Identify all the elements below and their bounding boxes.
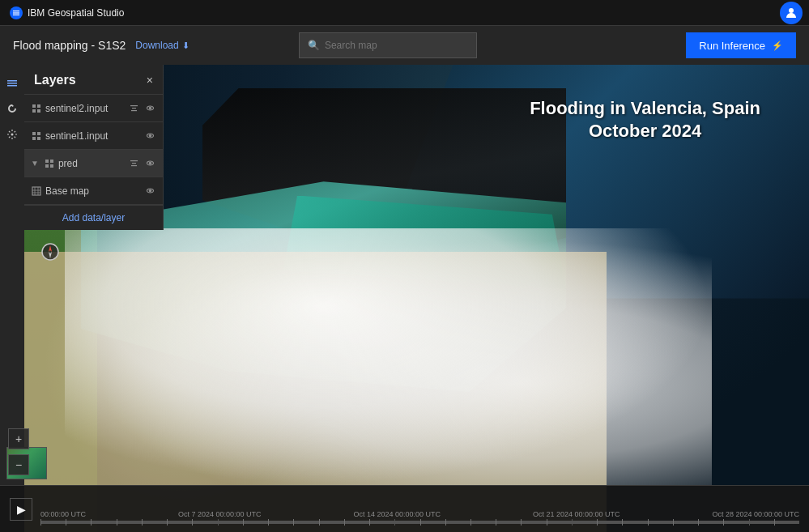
download-label: Download <box>135 40 178 51</box>
svg-point-38 <box>149 189 151 191</box>
app-logo: IBM Geospatial Studio <box>0 0 134 25</box>
timeline: ▶ 00:00:00 UTC Oct 7 2024 00:00:00 UTC O… <box>0 485 809 532</box>
svg-rect-9 <box>37 104 40 108</box>
compass-control[interactable] <box>40 242 60 262</box>
timeline-bar[interactable] <box>40 521 799 524</box>
svg-rect-5 <box>7 83 17 84</box>
app-title: IBM Geospatial Studio <box>28 7 124 19</box>
svg-rect-1 <box>13 12 19 13</box>
layer-item-sentinel2[interactable]: sentinel2.input <box>24 95 163 122</box>
map-annotation: Flooding in Valencia, Spain October 2024 <box>530 97 760 142</box>
timeline-labels: 00:00:00 UTC Oct 7 2024 00:00:00 UTC Oct… <box>40 510 799 518</box>
svg-point-16 <box>149 107 151 109</box>
project-title: Flood mapping - S1S2 <box>13 39 126 52</box>
svg-rect-12 <box>130 105 138 106</box>
top-bar: IBM Geospatial Studio <box>0 0 809 26</box>
layer-name-sentinel1: sentinel1.input <box>45 130 140 142</box>
layers-panel-close-button[interactable]: × <box>147 74 153 87</box>
play-button[interactable]: ▶ <box>10 498 32 521</box>
layer-item-pred[interactable]: ▼ pred <box>24 150 163 177</box>
svg-rect-11 <box>37 109 40 113</box>
layer-name-basemap: Base map <box>45 185 140 197</box>
run-inference-button[interactable]: Run Inference ⚡ <box>686 32 796 58</box>
layer-visibility-icon-basemap[interactable] <box>143 185 156 198</box>
timeline-marker-1: Oct 7 2024 00:00:00 UTC <box>178 510 262 518</box>
svg-rect-4 <box>7 80 17 82</box>
timeline-marker-4: Oct 28 2024 00:00:00 UTC <box>712 510 799 518</box>
svg-point-22 <box>149 134 151 136</box>
map-cloud-layer <box>65 228 712 485</box>
svg-point-31 <box>149 162 151 164</box>
layers-panel-title: Layers <box>34 73 76 87</box>
timeline-start-label: 00:00:00 UTC <box>40 510 86 518</box>
svg-rect-0 <box>13 11 19 11</box>
svg-rect-17 <box>32 132 36 135</box>
search-bar[interactable]: 🔍 <box>299 32 477 58</box>
timeline-track[interactable]: 00:00:00 UTC Oct 7 2024 00:00:00 UTC Oct… <box>40 495 799 524</box>
svg-rect-10 <box>32 109 36 113</box>
layers-panel-header: Layers × <box>24 65 163 95</box>
play-icon: ▶ <box>17 503 26 516</box>
layer-raster-icon-2 <box>31 130 42 142</box>
zoom-out-icon: − <box>15 458 22 471</box>
annotation-title: Flooding in Valencia, Spain <box>530 97 760 121</box>
layer-basemap-icon <box>31 185 42 197</box>
secondary-toolbar: Flood mapping - S1S2 Download ⬇ 🔍 Run In… <box>0 26 809 65</box>
layer-visibility-icon-2[interactable] <box>143 130 156 143</box>
layer-pred-icon <box>44 158 55 169</box>
layer-settings-icon[interactable] <box>127 102 140 115</box>
svg-rect-29 <box>131 165 137 166</box>
zoom-in-icon: + <box>15 432 22 445</box>
svg-rect-32 <box>32 187 40 195</box>
svg-rect-14 <box>131 110 137 111</box>
layer-controls-sentinel2 <box>127 102 156 115</box>
svg-point-7 <box>11 134 14 136</box>
layer-chevron-icon: ▼ <box>31 159 39 168</box>
layer-visibility-icon-pred[interactable] <box>143 157 156 170</box>
layer-name-pred: pred <box>58 158 124 169</box>
download-icon: ⬇ <box>182 40 189 51</box>
timeline-marker-2: Oct 14 2024 00:00:00 UTC <box>353 510 441 518</box>
svg-rect-8 <box>32 104 36 108</box>
inference-icon: ⚡ <box>772 40 783 51</box>
map-area[interactable]: Flooding in Valencia, Spain October 2024 <box>0 65 809 532</box>
layer-raster-icon <box>31 103 42 114</box>
search-icon: 🔍 <box>308 40 320 51</box>
annotation-subtitle: October 2024 <box>530 121 760 142</box>
layer-controls-sentinel1 <box>143 130 156 143</box>
layer-name-sentinel2: sentinel2.input <box>45 103 124 114</box>
svg-rect-6 <box>7 85 17 87</box>
svg-rect-18 <box>37 132 40 135</box>
ibm-logo-icon <box>10 6 23 19</box>
sidebar-layers-btn[interactable] <box>1 71 23 94</box>
zoom-out-button[interactable]: − <box>8 454 29 475</box>
svg-rect-28 <box>132 163 136 164</box>
layer-item-basemap[interactable]: Base map <box>24 177 163 205</box>
sidebar-history-btn[interactable] <box>1 97 23 120</box>
zoom-in-button[interactable]: + <box>8 428 29 449</box>
layer-controls-pred <box>127 157 156 170</box>
svg-rect-27 <box>130 160 138 161</box>
svg-point-3 <box>789 8 794 13</box>
add-layer-button[interactable]: Add data/layer <box>24 205 163 230</box>
sidebar-settings-btn[interactable] <box>1 123 23 146</box>
svg-rect-24 <box>50 160 53 163</box>
svg-rect-13 <box>132 108 136 109</box>
layer-visibility-icon[interactable] <box>143 102 156 115</box>
download-button[interactable]: Download ⬇ <box>135 40 189 51</box>
svg-rect-23 <box>45 160 49 163</box>
layer-controls-basemap <box>143 185 156 198</box>
layer-item-sentinel1[interactable]: sentinel1.input <box>24 122 163 150</box>
run-inference-label: Run Inference <box>699 40 765 52</box>
timeline-marker-3: Oct 21 2024 00:00:00 UTC <box>533 510 620 518</box>
search-input[interactable] <box>325 40 468 51</box>
layers-panel: Layers × sentinel2.input <box>24 65 164 230</box>
svg-rect-20 <box>37 137 40 140</box>
layer-settings-icon-pred[interactable] <box>127 157 140 170</box>
svg-rect-19 <box>32 137 36 140</box>
mini-controls: + − <box>8 428 29 475</box>
svg-rect-25 <box>45 164 49 168</box>
app-avatar-icon[interactable] <box>780 2 803 24</box>
add-layer-label: Add data/layer <box>62 212 125 223</box>
svg-rect-26 <box>50 164 53 168</box>
